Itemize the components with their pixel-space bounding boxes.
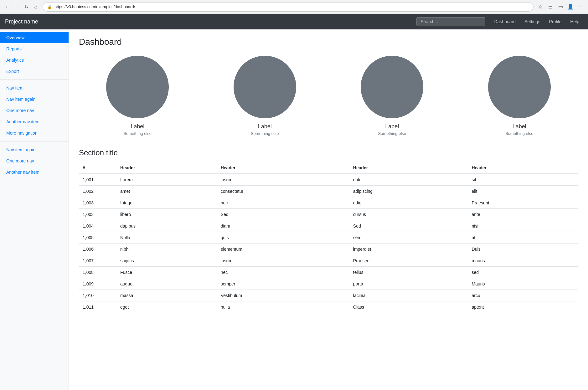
table-cell-8-1: Fusce	[116, 267, 217, 278]
sidebar: Overview Reports Analytics Export Nav it…	[0, 29, 69, 390]
table-row: 1,006nibhelementumimperdietDuis	[79, 244, 578, 255]
table-cell-8-2: nec	[217, 267, 349, 278]
browser-nav-buttons: ← → ↻ ⌂	[4, 3, 39, 11]
card-item-3: Label Something else	[461, 56, 578, 136]
app-header: Project name Dashboard Settings Profile …	[0, 14, 588, 29]
address-bar[interactable]: 🔒 https://v3.bootcss.com/examples/dashbo…	[43, 2, 534, 12]
sidebar-item-overview[interactable]: Overview	[0, 32, 69, 43]
table-head: # Header Header Header Header	[79, 162, 578, 174]
sidebar-item-one-more-nav[interactable]: One more nav	[0, 105, 69, 116]
sidebar-item-export[interactable]: Export	[0, 66, 69, 77]
table-header-row: # Header Header Header Header	[79, 162, 578, 174]
table-cell-6-0: 1,006	[79, 244, 116, 255]
table-cell-2-2: nec	[217, 197, 349, 209]
col-header-1: Header	[116, 162, 217, 174]
table-row: 1,007sagittisipsumPraesentmauris	[79, 255, 578, 267]
card-circle-3	[488, 56, 551, 118]
card-circle-2	[361, 56, 423, 118]
nav-dashboard[interactable]: Dashboard	[490, 14, 519, 29]
bookmark-icon[interactable]: ☆	[537, 3, 544, 11]
sidebar-item-nav-item-again-2[interactable]: Nav item again	[0, 144, 69, 155]
card-label-0: Label	[131, 123, 144, 130]
sidebar-divider-1	[0, 80, 69, 80]
table-cell-5-0: 1,005	[79, 232, 116, 244]
sidebar-item-another-nav-item-2[interactable]: Another nav item	[0, 167, 69, 178]
table-cell-8-4: sed	[468, 267, 578, 278]
table-cell-3-2: Sed	[217, 209, 349, 220]
card-circle-0	[106, 56, 169, 118]
table-cell-7-0: 1,007	[79, 255, 116, 267]
table-cell-2-4: Praesent	[468, 197, 578, 209]
home-button[interactable]: ⌂	[32, 3, 39, 11]
table-cell-0-0: 1,001	[79, 174, 116, 186]
cards-row: Label Something else Label Something els…	[79, 56, 578, 136]
sidebar-item-nav-item-again[interactable]: Nav item again	[0, 94, 69, 105]
table-cell-8-0: 1,008	[79, 267, 116, 278]
table-cell-1-2: consectetur	[217, 186, 349, 197]
table-cell-5-3: sem	[349, 232, 468, 244]
table-cell-7-4: mauris	[468, 255, 578, 267]
cast-icon[interactable]: ▭	[557, 3, 564, 11]
more-options-icon[interactable]: ⋯	[577, 3, 584, 11]
table-cell-9-2: semper	[217, 278, 349, 290]
table-cell-11-3: Class	[349, 301, 468, 313]
table-cell-9-3: porta	[349, 278, 468, 290]
table-cell-1-3: adipiscing	[349, 186, 468, 197]
table-cell-2-3: odio	[349, 197, 468, 209]
table-cell-1-4: elit	[468, 186, 578, 197]
nav-help[interactable]: Help	[566, 14, 583, 29]
table-cell-4-0: 1,004	[79, 220, 116, 232]
sidebar-item-analytics[interactable]: Analytics	[0, 54, 69, 66]
table-cell-9-0: 1,009	[79, 278, 116, 290]
reload-button[interactable]: ↻	[23, 3, 30, 11]
table-row: 1,010massaVestibulumlaciniaarcu	[79, 290, 578, 301]
table-cell-4-4: nisi	[468, 220, 578, 232]
table-row: 1,001Loremipsumdolorsit	[79, 174, 578, 186]
sidebar-item-one-more-nav-2[interactable]: One more nav	[0, 155, 69, 167]
card-sublabel-3: Something else	[505, 131, 534, 136]
table-cell-5-2: quis	[217, 232, 349, 244]
nav-profile[interactable]: Profile	[545, 14, 565, 29]
profile-avatar-icon[interactable]: 👤	[567, 3, 574, 11]
table-cell-10-3: lacinia	[349, 290, 468, 301]
content-area: Dashboard Label Something else Label Som…	[69, 29, 588, 390]
table-row: 1,004dapibusdiamSednisi	[79, 220, 578, 232]
table-cell-3-1: libero	[116, 209, 217, 220]
reading-list-icon[interactable]: ☰	[547, 3, 554, 11]
sidebar-divider-2	[0, 141, 69, 141]
col-header-4: Header	[468, 162, 578, 174]
card-item-2: Label Something else	[333, 56, 451, 136]
col-header-num: #	[79, 162, 116, 174]
card-sublabel-2: Something else	[378, 131, 406, 136]
table-cell-6-4: Duis	[468, 244, 578, 255]
sidebar-item-reports[interactable]: Reports	[0, 43, 69, 54]
table-cell-5-1: Nulla	[116, 232, 217, 244]
search-input[interactable]	[416, 17, 485, 26]
table-cell-11-0: 1,011	[79, 301, 116, 313]
forward-button[interactable]: →	[13, 3, 21, 11]
page-title: Dashboard	[79, 37, 578, 47]
table-cell-1-0: 1,002	[79, 186, 116, 197]
table-cell-6-1: nibh	[116, 244, 217, 255]
card-label-3: Label	[513, 123, 526, 130]
card-label-2: Label	[385, 123, 399, 130]
sidebar-item-another-nav-item-1[interactable]: Another nav item	[0, 116, 69, 127]
sidebar-item-nav-item[interactable]: Nav item	[0, 82, 69, 94]
table-cell-7-3: Praesent	[349, 255, 468, 267]
card-sublabel-0: Something else	[123, 131, 152, 136]
table-cell-7-1: sagittis	[116, 255, 217, 267]
search-wrapper	[416, 17, 485, 26]
back-button[interactable]: ←	[4, 3, 11, 11]
sidebar-item-more-navigation[interactable]: More navigation	[0, 127, 69, 139]
table-cell-8-3: tellus	[349, 267, 468, 278]
card-item-1: Label Something else	[206, 56, 324, 136]
table-cell-11-4: aptent	[468, 301, 578, 313]
table-cell-2-0: 1,003	[79, 197, 116, 209]
table-cell-4-1: dapibus	[116, 220, 217, 232]
table-cell-4-3: Sed	[349, 220, 468, 232]
nav-settings[interactable]: Settings	[521, 14, 544, 29]
col-header-3: Header	[349, 162, 468, 174]
table-cell-0-4: sit	[468, 174, 578, 186]
table-cell-1-1: amet	[116, 186, 217, 197]
table-row: 1,005Nullaquissemat	[79, 232, 578, 244]
